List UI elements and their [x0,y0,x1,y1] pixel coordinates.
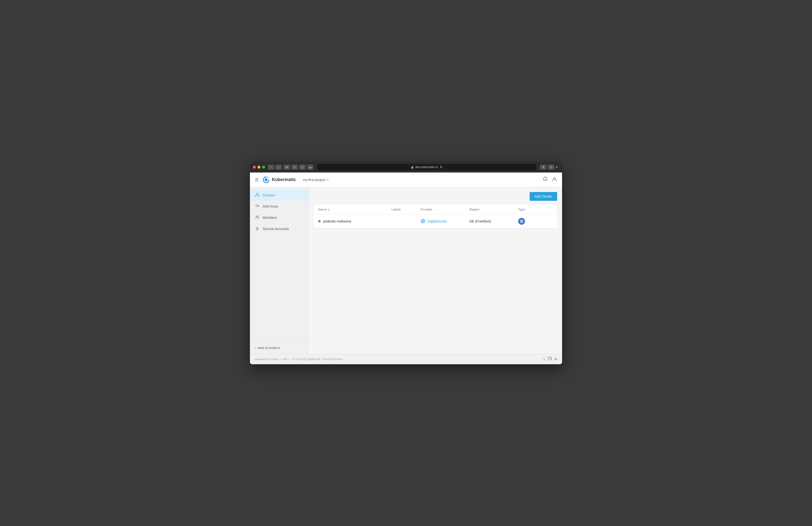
kubernetes-type-icon [518,218,525,225]
twitter-icon[interactable]: 𝕏 [543,357,546,361]
table-header: Name ▲ Labels Provider Region [313,205,557,214]
clusters-icon [255,193,260,198]
maximize-button[interactable] [262,166,265,169]
forward-button[interactable]: › [275,165,281,170]
sidebar-item-ssh-keys-label: SSH Keys [263,204,278,208]
cloud-icon[interactable]: ☁ [307,165,313,170]
api-link[interactable]: API [283,358,287,360]
titlebar: ‹ › ⊞ ⊙ ⓘ ☁ 🔒 dev.kubermatic.io ↻ ⬆ ⊡ + [250,162,562,172]
chevron-down-icon: ▾ [327,178,329,182]
ssh-keys-icon [255,204,260,209]
svg-rect-9 [258,206,259,206]
share-button[interactable]: ⬆ [540,165,547,170]
separator1: — [279,358,282,360]
notifications-button[interactable] [542,176,548,183]
svg-point-12 [256,216,258,217]
svg-point-15 [257,229,258,229]
region-cell: DE (Frankfurt) [469,219,518,223]
provider-name: DigitalOcean [427,219,447,223]
type-cell [518,218,552,225]
tab-overview-icon[interactable]: ⊞ [284,165,290,170]
region-column-header: Region [469,208,518,211]
logo-area: Kubermatic [262,176,296,184]
main-content: Clusters SSH Keys [250,187,562,354]
separator2: — [288,358,291,360]
sidebar-footer: ‹ back to projects [250,342,308,354]
toolbar-icons: ⊞ ⊙ ⓘ ☁ [284,165,313,170]
back-button[interactable]: ‹ [268,165,274,170]
sidebar-item-members[interactable]: Members [250,212,308,223]
browser-window: ‹ › ⊞ ⊙ ⓘ ☁ 🔒 dev.kubermatic.io ↻ ⬆ ⊡ + … [250,162,562,364]
sidebar-item-ssh-keys[interactable]: SSH Keys [250,201,308,212]
svg-line-6 [256,194,257,196]
address-bar[interactable]: 🔒 dev.kubermatic.io ↻ [317,164,536,170]
provider-cell: DigitalOcean [421,218,469,224]
svg-point-13 [258,216,259,217]
add-cluster-button[interactable]: Add Cluster [530,192,557,201]
github-icon[interactable] [548,357,552,361]
content-header: Add Cluster [313,192,557,201]
sidebar-item-members-label: Members [263,216,277,219]
shield-icon[interactable]: ⊙ [291,165,298,170]
table-row[interactable]: pedantic-mahavira - [313,214,557,228]
project-selector[interactable]: my-first-project ▾ [301,177,330,183]
svg-point-3 [257,193,258,194]
svg-point-5 [258,196,259,197]
privacy-icon[interactable]: ⓘ [299,165,306,170]
user-menu-button[interactable] [552,176,557,183]
bell-icon [542,176,548,182]
url-text: dev.kubermatic.io [415,166,438,169]
back-to-projects-label: back to projects [258,346,280,350]
name-column-header[interactable]: Name ▲ [318,208,391,211]
lock-icon: 🔒 [411,166,414,169]
app: ☰ Kubermatic my-first-project ▾ [250,172,562,364]
user-icon [552,176,557,182]
cluster-name-cell: pedantic-mahavira [318,219,391,223]
separator3: | [321,358,322,360]
sidebar-item-service-accounts-label: Service Accounts [263,227,289,231]
digitalocean-logo [421,218,425,224]
name-sort-icon: ▲ [328,208,330,211]
header-actions [542,176,557,183]
traffic-lights [253,166,265,169]
reload-button[interactable]: ↻ [440,165,443,169]
service-accounts-icon [255,226,260,231]
main-content-area: Add Cluster Name ▲ Labels Provider [308,187,562,354]
new-tab-button[interactable]: + [554,165,559,170]
svg-point-17 [521,221,522,222]
svg-point-4 [255,196,257,197]
provider-column-header: Provider [421,208,469,211]
tab-controls: ⬆ ⊡ [540,165,554,170]
footer-left: powered by Loodse — API — v2.12.0+237.g3… [255,358,343,360]
terms-link[interactable]: Terms of Service [323,358,343,360]
sidebar-item-service-accounts[interactable]: Service Accounts [250,223,308,234]
sidebar-item-clusters-label: Clusters [263,193,275,197]
hamburger-menu[interactable]: ☰ [255,177,259,183]
app-footer: powered by Loodse — API — v2.12.0+237.g3… [250,354,562,364]
svg-point-1 [265,179,267,181]
back-to-projects-link[interactable]: ‹ back to projects [255,346,303,350]
slack-icon[interactable]: ✤ [554,357,557,361]
logo-text: Kubermatic [272,177,296,182]
members-icon [255,215,260,220]
app-header: ☰ Kubermatic my-first-project ▾ [250,172,562,187]
type-column-header: Type [518,208,552,211]
labels-cell: - [391,219,421,223]
back-chevron-icon: ‹ [255,346,256,350]
svg-rect-10 [259,206,259,207]
powered-by-text: powered by Loodse [255,358,278,360]
clusters-table: Name ▲ Labels Provider Region [313,205,557,228]
sidebar-item-clusters[interactable]: Clusters [250,189,308,201]
project-name: my-first-project [303,178,325,182]
close-button[interactable] [253,166,256,169]
nav-buttons: ‹ › [268,165,281,170]
svg-rect-11 [258,206,258,207]
kubermatic-logo [262,176,270,184]
svg-line-7 [257,194,259,196]
reader-button[interactable]: ⊡ [548,165,554,170]
sidebar: Clusters SSH Keys [250,187,308,354]
minimize-button[interactable] [258,166,260,169]
version-text: v2.12.0+237.g3f491a14 [292,358,320,360]
status-indicator [318,220,321,223]
footer-social: 𝕏 ✤ [543,357,557,361]
